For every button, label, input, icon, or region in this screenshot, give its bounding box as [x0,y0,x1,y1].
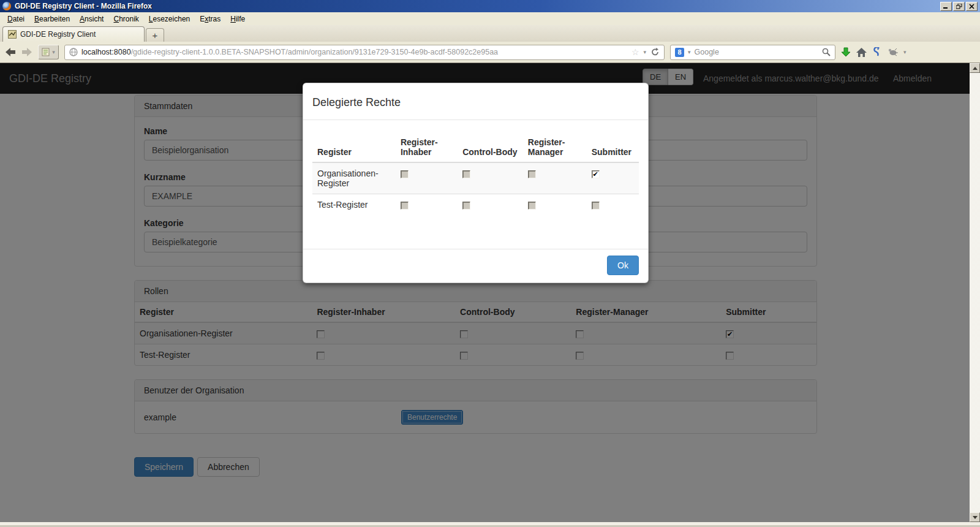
url-host: localhost:8080 [81,48,131,56]
window-bottom-border [0,522,970,527]
checkbox-register-inhaber-unchecked[interactable] [401,170,409,178]
checkbox-register-manager-unchecked[interactable] [528,202,536,210]
search-icon[interactable] [822,48,831,56]
toolbar-overflow-button[interactable]: ▾ [903,50,907,55]
menu-bar: DateiBearbeitenAnsichtChronikLesezeichen… [0,12,980,25]
url-text: localhost:8080/gdide-registry-client-1.0… [81,48,498,56]
restore-button[interactable] [953,2,965,11]
search-bar[interactable]: 8 ▾ Google [670,45,835,60]
bug-icon [888,48,898,56]
tab-strip: GDI-DE Registry Client + [0,25,980,42]
modal-title: Delegierte Rechte [312,96,639,109]
table-row: Organisationen-Register✔ [312,162,639,194]
addon-bug-button[interactable] [888,48,898,56]
menu-datei[interactable]: Datei [2,13,29,25]
addon-seahorse-button[interactable] [872,47,882,57]
col-submitter: Submitter [587,132,639,162]
menu-lesezeichen[interactable]: Lesezeichen [144,13,195,25]
reload-icon[interactable] [650,48,660,56]
col-control-body: Control-Body [458,132,523,162]
register-name: Organisationen-Register [312,162,396,194]
window-title: GDI-DE Registry Client - Mozilla Firefox [15,2,152,10]
search-engine-caret-icon[interactable]: ▾ [688,50,691,55]
scroll-down-button[interactable] [970,512,980,522]
search-placeholder: Google [695,48,719,56]
window-bottom-corner [970,522,980,527]
url-dropdown-icon[interactable]: ▾ [643,50,646,55]
scroll-up-icon [973,67,978,70]
bookmark-star-icon[interactable]: ☆ [631,48,639,56]
checkbox-register-inhaber-unchecked[interactable] [401,202,409,210]
close-button[interactable] [966,2,978,11]
col-register-inhaber: Register-Inhaber [396,132,458,162]
window-titlebar: GDI-DE Registry Client - Mozilla Firefox [0,0,980,12]
firefox-icon [2,2,11,10]
delegierte-rechte-modal: Delegierte Rechte RegisterRegister-Inhab… [303,83,649,283]
extension-toolbar-button[interactable]: ▾ [38,45,59,59]
checkbox-submitter-checked[interactable]: ✔ [592,170,600,178]
col-register: Register [312,132,396,162]
forward-button[interactable] [21,47,32,57]
restore-icon [956,4,962,9]
minimize-button[interactable] [940,2,952,11]
new-tab-button[interactable]: + [146,28,164,42]
tab-active[interactable]: GDI-DE Registry Client [2,26,145,42]
page-pencil-icon [42,48,51,57]
menu-extras[interactable]: Extras [195,13,225,25]
tab-title: GDI-DE Registry Client [20,30,96,39]
modal-rights-table: RegisterRegister-InhaberControl-BodyRegi… [312,132,639,215]
ok-button[interactable]: Ok [607,256,639,275]
scroll-up-button[interactable] [970,63,980,73]
register-name: Test-Register [312,194,396,216]
url-bar[interactable]: localhost:8080/gdide-registry-client-1.0… [64,45,665,60]
download-helper-button[interactable] [841,47,851,57]
menu-hilfe[interactable]: Hilfe [225,13,250,25]
home-icon [856,48,867,57]
page-viewport: GDI-DE Registry DE EN Angemeldet als mar… [0,63,970,522]
back-icon [5,47,16,57]
home-button[interactable] [856,48,867,57]
search-engine-icon: 8 [675,48,684,57]
col-register-manager: Register-Manager [523,132,587,162]
checkbox-register-manager-unchecked[interactable] [528,170,536,178]
checkbox-submitter-unchecked[interactable] [592,202,600,210]
menu-bearbeiten[interactable]: Bearbeiten [29,13,75,25]
table-row: Test-Register [312,194,639,216]
modal-table-header: RegisterRegister-InhaberControl-BodyRegi… [312,132,639,162]
scroll-down-icon [973,516,978,519]
download-arrow-icon [841,47,851,57]
menu-ansicht[interactable]: Ansicht [75,13,108,25]
checkbox-control-body-unchecked[interactable] [462,202,470,210]
overflow-caret-icon: ▾ [903,50,907,55]
menu-chronik[interactable]: Chronik [108,13,143,25]
nav-toolbar: ▾ localhost:8080/gdide-registry-client-1… [0,42,980,63]
close-icon [969,4,974,9]
dropdown-caret-icon: ▾ [52,50,55,55]
globe-icon [69,48,78,56]
minimize-icon [943,4,949,9]
checkbox-control-body-unchecked[interactable] [462,170,470,178]
forward-icon [21,47,32,57]
vertical-scrollbar[interactable] [970,63,980,522]
url-path: /gdide-registry-client-1.0.0.BETA-SNAPSH… [131,48,498,56]
tab-favicon [8,30,17,39]
seahorse-icon [872,47,882,57]
back-button[interactable] [5,47,16,57]
